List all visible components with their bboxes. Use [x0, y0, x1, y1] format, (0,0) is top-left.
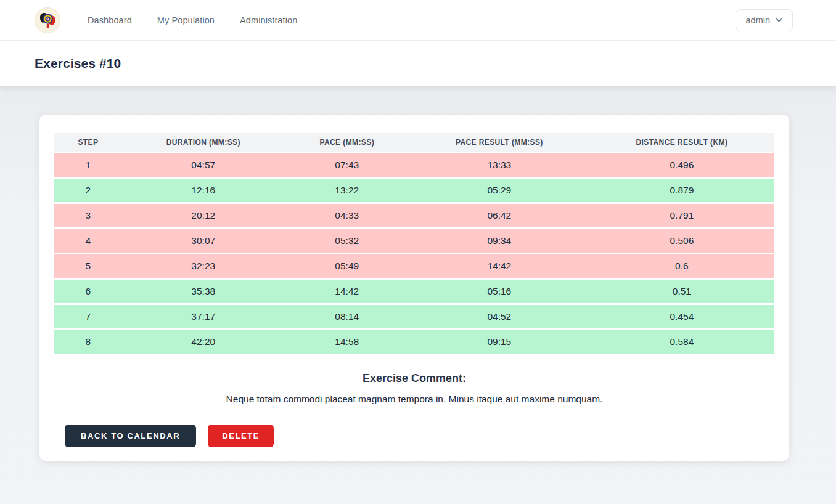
delete-button[interactable]: DELETE — [208, 425, 274, 447]
table-row: 737:1708:1404:520.454 — [54, 305, 774, 328]
club-logo-icon — [35, 7, 60, 33]
cell-pace: 05:32 — [285, 229, 409, 253]
cell-step: 2 — [54, 179, 122, 202]
club-logo[interactable] — [35, 7, 60, 33]
cell-pace: 13:22 — [285, 179, 409, 202]
cell-pace: 04:33 — [285, 204, 409, 227]
user-menu-label: admin — [746, 15, 771, 25]
cell-pace: 05:49 — [285, 254, 409, 278]
cell-distance-result: 0.496 — [589, 153, 774, 177]
cell-pace-result: 09:15 — [409, 330, 589, 354]
exercise-steps-table: STEP DURATION (MM:SS) PACE (MM:SS) PACE … — [54, 131, 774, 356]
column-header-distance-result: DISTANCE RESULT (KM) — [589, 133, 774, 152]
cell-pace: 14:42 — [285, 280, 409, 303]
nav-link-administration[interactable]: Administration — [240, 15, 297, 25]
page-title: Exercises #10 — [35, 56, 121, 71]
cell-pace-result: 05:29 — [409, 179, 589, 202]
cell-pace-result: 05:16 — [409, 280, 589, 303]
nav-links: Dashboard My Population Administration — [88, 15, 297, 25]
cell-duration: 04:57 — [122, 153, 285, 177]
table-row: 842:2014:5809:150.584 — [54, 330, 774, 354]
action-buttons: BACK TO CALENDAR DELETE — [54, 425, 774, 447]
table-row: 430:0705:3209:340.506 — [54, 229, 774, 253]
user-menu-button[interactable]: admin — [736, 9, 793, 31]
nav-link-dashboard[interactable]: Dashboard — [88, 15, 132, 25]
cell-pace-result: 09:34 — [409, 229, 589, 253]
cell-step: 3 — [54, 204, 122, 227]
cell-duration: 32:23 — [122, 254, 285, 278]
exercise-card: STEP DURATION (MM:SS) PACE (MM:SS) PACE … — [39, 115, 789, 461]
cell-step: 6 — [54, 280, 122, 303]
content-area: STEP DURATION (MM:SS) PACE (MM:SS) PACE … — [0, 86, 836, 504]
cell-step: 8 — [54, 330, 122, 354]
cell-distance-result: 0.506 — [589, 229, 774, 253]
cell-duration: 12:16 — [122, 179, 285, 202]
exercise-comment-heading: Exercise Comment: — [54, 372, 774, 385]
chevron-down-icon — [776, 17, 782, 23]
table-row: 104:5707:4313:330.496 — [54, 153, 774, 177]
cell-distance-result: 0.51 — [589, 280, 774, 303]
cell-duration: 42:20 — [122, 330, 285, 354]
column-header-pace-result: PACE RESULT (MM:SS) — [409, 133, 589, 152]
column-header-duration: DURATION (MM:SS) — [122, 133, 285, 152]
cell-step: 5 — [54, 254, 122, 278]
back-to-calendar-button[interactable]: BACK TO CALENDAR — [65, 425, 196, 447]
nav-link-my-population[interactable]: My Population — [157, 15, 215, 25]
table-row: 635:3814:4205:160.51 — [54, 280, 774, 303]
cell-step: 4 — [54, 229, 122, 253]
cell-pace-result: 13:33 — [409, 153, 589, 177]
cell-distance-result: 0.584 — [589, 330, 774, 354]
cell-pace-result: 04:52 — [409, 305, 589, 328]
cell-pace: 08:14 — [285, 305, 409, 328]
table-body: 104:5707:4313:330.496212:1613:2205:290.8… — [54, 153, 774, 354]
cell-duration: 35:38 — [122, 280, 285, 303]
table-row: 320:1204:3306:420.791 — [54, 204, 774, 227]
cell-step: 1 — [54, 153, 122, 177]
cell-duration: 30:07 — [122, 229, 285, 253]
column-header-step: STEP — [54, 133, 122, 152]
cell-pace-result: 14:42 — [409, 254, 589, 278]
cell-step: 7 — [54, 305, 122, 328]
top-navbar: Dashboard My Population Administration a… — [0, 0, 836, 41]
cell-pace: 14:58 — [285, 330, 409, 354]
column-header-pace: PACE (MM:SS) — [285, 133, 409, 152]
table-row: 212:1613:2205:290.879 — [54, 179, 774, 202]
exercise-comment-text: Neque totam commodi placeat magnam tempo… — [54, 394, 774, 405]
cell-pace-result: 06:42 — [409, 204, 589, 227]
title-bar: Exercises #10 — [0, 41, 836, 86]
cell-distance-result: 0.6 — [589, 254, 774, 278]
cell-duration: 20:12 — [122, 204, 285, 227]
cell-distance-result: 0.791 — [589, 204, 774, 227]
cell-distance-result: 0.454 — [589, 305, 774, 328]
table-row: 532:2305:4914:420.6 — [54, 254, 774, 278]
cell-pace: 07:43 — [285, 153, 409, 177]
cell-distance-result: 0.879 — [589, 179, 774, 202]
table-header: STEP DURATION (MM:SS) PACE (MM:SS) PACE … — [54, 133, 774, 152]
cell-duration: 37:17 — [122, 305, 285, 328]
